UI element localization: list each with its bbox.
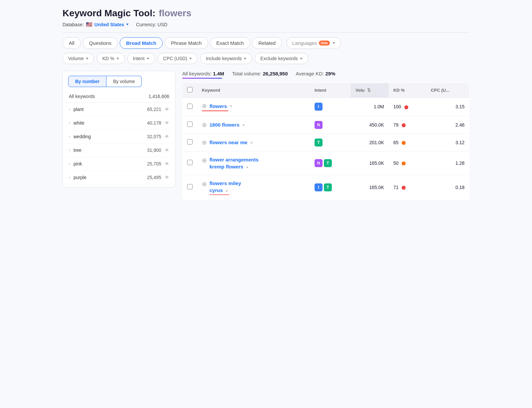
cpc-filter[interactable]: CPC (USD) bbox=[158, 53, 198, 64]
cpc-cell: 0.18 bbox=[426, 175, 469, 200]
cpc-column-header: CPC (U... bbox=[426, 83, 469, 98]
select-all-checkbox[interactable] bbox=[187, 87, 193, 92]
eye-icon[interactable]: 👁 bbox=[165, 175, 169, 180]
tab-all[interactable]: All bbox=[63, 37, 81, 49]
table-row: ⊕ flowers miley cyrus » bbox=[183, 175, 469, 200]
header: Keyword Magic Tool: flowers Database: 🇺🇸… bbox=[63, 8, 469, 28]
right-panel: All keywords: 1.4M Total volume: 26,258,… bbox=[182, 71, 469, 200]
sort-icon: ⇅ bbox=[367, 88, 371, 93]
list-item[interactable]: › plant 65,221 👁 bbox=[66, 103, 173, 116]
page-title: Keyword Magic Tool: bbox=[63, 8, 156, 19]
add-keyword-icon[interactable]: ⊕ bbox=[202, 157, 207, 164]
list-item[interactable]: › purple 25,495 👁 bbox=[66, 171, 173, 184]
filters-row: Volume KD % Intent CPC (USD) Include key… bbox=[63, 53, 469, 64]
keyword-link[interactable]: flowers near me » bbox=[209, 140, 253, 145]
keywords-table: Keyword Intent Volu ⇅ KD % CPC (U... bbox=[182, 83, 469, 200]
chevron-down-icon bbox=[86, 58, 88, 59]
intent-badge-t: T bbox=[324, 183, 332, 191]
arrows-icon: » bbox=[250, 140, 253, 145]
main-content: By number By volume All keywords 1,416,6… bbox=[63, 71, 469, 200]
list-item[interactable]: › tree 31,900 👁 bbox=[66, 144, 173, 157]
intent-badge-n: N bbox=[315, 121, 323, 129]
kd-dot-icon bbox=[402, 123, 406, 127]
eye-icon[interactable]: 👁 bbox=[165, 107, 169, 112]
intent-badges: T bbox=[315, 139, 346, 147]
arrows-icon: » bbox=[246, 165, 248, 169]
chevron-down-icon bbox=[189, 58, 192, 59]
add-keyword-icon[interactable]: ⊕ bbox=[202, 180, 207, 188]
eye-icon[interactable]: 👁 bbox=[165, 134, 169, 139]
kd-cell: 65 bbox=[389, 134, 426, 151]
kd-column-header: KD % bbox=[389, 83, 426, 98]
chevron-right-icon: › bbox=[69, 134, 70, 139]
keyword-link[interactable]: 1800 flowers » bbox=[209, 122, 245, 128]
keyword-column-header: Keyword bbox=[197, 83, 310, 98]
left-panel: By number By volume All keywords 1,416,6… bbox=[63, 71, 176, 187]
intent-filter[interactable]: Intent bbox=[127, 53, 155, 64]
eye-icon[interactable]: 👁 bbox=[165, 120, 169, 126]
chevron-down-icon bbox=[244, 58, 246, 59]
add-keyword-icon[interactable]: ⊕ bbox=[202, 102, 207, 110]
flag-icon: 🇺🇸 bbox=[86, 21, 92, 28]
include-keywords-filter[interactable]: Include keywords bbox=[200, 53, 252, 64]
arrows-icon: » bbox=[230, 104, 232, 108]
tab-phrase-match[interactable]: Phrase Match bbox=[165, 37, 208, 49]
intent-badges: N bbox=[315, 121, 346, 129]
country-selector[interactable]: United States bbox=[94, 22, 129, 27]
languages-button[interactable]: Languages beta bbox=[287, 37, 341, 49]
list-item[interactable]: › pink 25,705 👁 bbox=[66, 157, 173, 171]
by-number-button[interactable]: By number bbox=[68, 76, 106, 87]
view-toggle: By number By volume bbox=[63, 71, 175, 90]
tab-related[interactable]: Related bbox=[252, 37, 282, 49]
table-row: ⊕ flowers near me » T bbox=[183, 134, 469, 151]
eye-icon[interactable]: 👁 bbox=[165, 161, 169, 166]
list-item[interactable]: › wedding 32,075 👁 bbox=[66, 130, 173, 144]
tab-exact-match[interactable]: Exact Match bbox=[210, 37, 250, 49]
keyword-link[interactable]: flowers miley bbox=[209, 180, 241, 187]
keyword-link-2[interactable]: kremp flowers » bbox=[209, 163, 259, 170]
row-checkbox[interactable] bbox=[187, 122, 193, 127]
tab-questions[interactable]: Questions bbox=[83, 37, 118, 49]
by-volume-button[interactable]: By volume bbox=[106, 76, 142, 87]
list-item[interactable]: › white 40,178 👁 bbox=[66, 116, 173, 130]
chevron-down-icon bbox=[116, 58, 119, 59]
row-checkbox[interactable] bbox=[187, 160, 193, 165]
intent-badges: I T bbox=[315, 183, 346, 191]
keyword-group-list: All keywords 1,416,606 › plant 65,221 👁 … bbox=[63, 90, 175, 187]
intent-badge-n: N bbox=[315, 159, 323, 167]
row-checkbox[interactable] bbox=[187, 139, 193, 145]
volume-cell: 1.0M bbox=[351, 98, 389, 116]
avg-kd-label: Average KD: bbox=[296, 71, 324, 76]
row-checkbox[interactable] bbox=[187, 184, 193, 189]
all-keywords-row: All keywords 1,416,606 bbox=[66, 90, 173, 103]
kd-cell: 79 bbox=[389, 116, 426, 134]
keyword-link[interactable]: flowers » bbox=[209, 103, 232, 109]
add-keyword-icon[interactable]: ⊕ bbox=[202, 139, 207, 146]
kd-cell: 71 bbox=[389, 175, 426, 200]
keyword-underline bbox=[202, 110, 228, 111]
total-volume-value: 26,258,950 bbox=[263, 71, 288, 76]
tab-broad-match[interactable]: Broad Match bbox=[120, 37, 163, 49]
chevron-right-icon: › bbox=[69, 107, 70, 112]
intent-badges: I bbox=[315, 103, 346, 111]
table-row: ⊕ flower arrangements kremp flowers » bbox=[183, 151, 469, 175]
add-keyword-icon[interactable]: ⊕ bbox=[202, 121, 207, 129]
chevron-down-icon bbox=[147, 58, 149, 59]
kd-dot-icon bbox=[402, 141, 406, 145]
cpc-cell: 3.12 bbox=[426, 134, 469, 151]
keyword-link[interactable]: flower arrangements bbox=[209, 156, 259, 163]
kd-dot-icon bbox=[402, 186, 406, 190]
eye-icon[interactable]: 👁 bbox=[165, 148, 169, 153]
row-checkbox[interactable] bbox=[187, 104, 193, 109]
volume-filter[interactable]: Volume bbox=[63, 53, 94, 64]
volume-cell: 201.0K bbox=[351, 134, 389, 151]
beta-badge: beta bbox=[319, 41, 330, 46]
keyword-link-2[interactable]: cyrus » bbox=[209, 187, 241, 194]
kd-filter[interactable]: KD % bbox=[97, 53, 125, 64]
all-keywords-stat-value: 1.4M bbox=[213, 71, 224, 76]
total-volume-label: Total volume: bbox=[232, 71, 261, 76]
currency-label: Currency: USD bbox=[136, 22, 167, 27]
volume-column-header[interactable]: Volu ⇅ bbox=[351, 83, 389, 98]
intent-badge-i: I bbox=[315, 103, 323, 111]
exclude-keywords-filter[interactable]: Exclude keywords bbox=[255, 53, 308, 64]
